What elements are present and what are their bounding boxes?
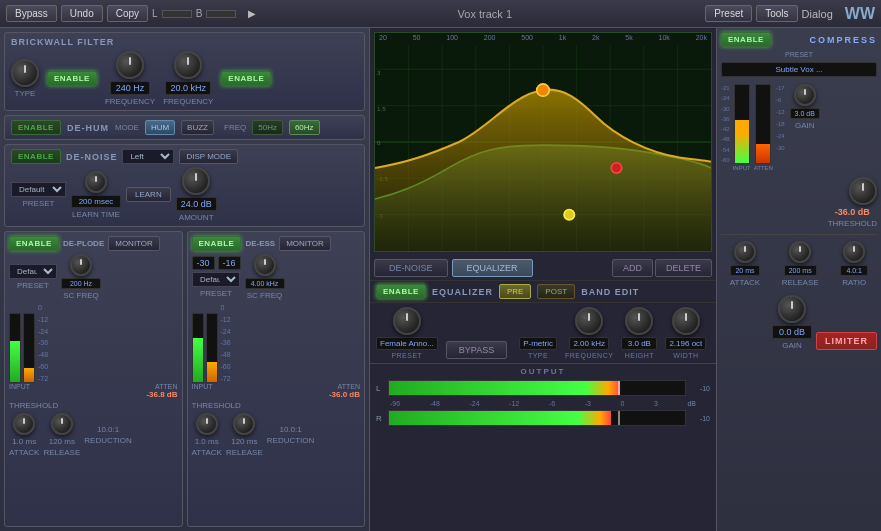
deplode-input-fill [10, 341, 20, 382]
deess-release-knob[interactable] [233, 413, 255, 435]
deplode-atten-fill [24, 368, 34, 382]
compress-ratio-group: 4.0:1 RATIO [840, 241, 868, 287]
deess-sc-freq-label: SC FREQ [247, 291, 283, 300]
preset-button[interactable]: Preset [705, 5, 752, 22]
deplode-reduction-label: REDUCTION [84, 436, 132, 445]
bottom-sections: ENABLE DE-PLODE MONITOR Default PRESET 2… [4, 231, 365, 527]
limiter-button[interactable]: LIMITER [816, 332, 877, 350]
denoise-title: DE-NOISE [66, 152, 118, 162]
compress-release-group: 200 ms RELEASE [782, 241, 819, 287]
eq-height-label: HEIGHT [625, 352, 654, 359]
denoise-enable-button[interactable]: ENABLE [11, 149, 61, 164]
freq-5k: 5k [625, 34, 632, 41]
deess-reduction-label: REDUCTION [267, 436, 315, 445]
brickwall-enable1-button[interactable]: ENABLE [47, 71, 97, 86]
eq-point-1[interactable] [537, 84, 550, 96]
eq-height-knob[interactable] [625, 307, 653, 335]
eq-preset-knob[interactable] [393, 307, 421, 335]
tab-denoise[interactable]: DE-NOISE [374, 259, 448, 277]
deess-enable-button[interactable]: ENABLE [192, 236, 242, 251]
undo-button[interactable]: Undo [61, 5, 103, 22]
compress-enable-button[interactable]: ENABLE [721, 32, 771, 47]
deplode-preset-select[interactable]: Default [9, 264, 57, 279]
deess-preset-select[interactable]: Default [192, 272, 240, 287]
bypass-button[interactable]: Bypass [6, 5, 57, 22]
denoise-learn-time-title: LEARN TIME [72, 210, 120, 219]
deplode-attack-value: 1.0 ms [12, 437, 36, 446]
eq-point-3[interactable] [564, 209, 575, 219]
deess-attack-knob[interactable] [196, 413, 218, 435]
compress-release-knob[interactable] [789, 241, 811, 263]
compress-attack-knob[interactable] [734, 241, 756, 263]
add-band-button[interactable]: ADD [612, 259, 653, 277]
compress-gain-knob[interactable] [794, 84, 816, 106]
output-gain-knob[interactable] [778, 295, 806, 323]
dehum-50hz-button[interactable]: 50Hz [252, 120, 283, 135]
deess-monitor-button[interactable]: MONITOR [279, 236, 331, 251]
eq-curve-svg: 3 1.5 0 -1.5 -3 [375, 33, 711, 251]
brickwall-type-knob[interactable] [11, 59, 39, 87]
eq-bypass-button[interactable]: BYPASS [446, 341, 507, 359]
deess-ia-labels: INPUT ATTEN [192, 383, 361, 390]
middle-panel: 20 50 100 200 500 1k 2k 5k 10k 20k [370, 28, 716, 531]
brickwall-enable2-button[interactable]: ENABLE [221, 71, 271, 86]
compress-divider [721, 234, 877, 235]
denoise-left-select[interactable]: LeftRightStereo [122, 149, 174, 164]
denoise-amount-label: AMOUNT [179, 213, 214, 222]
eq-post-button[interactable]: POST [537, 284, 575, 299]
deplode-monitor-button[interactable]: MONITOR [108, 236, 160, 251]
tools-button[interactable]: Tools [756, 5, 797, 22]
eq-frequency-knob[interactable] [575, 307, 603, 335]
deplode-input-meter [9, 313, 21, 383]
brickwall-freq2-knob[interactable] [174, 51, 202, 79]
deplode-release-knob[interactable] [51, 413, 73, 435]
denoise-disp-mode-button[interactable]: DISP MODE [179, 149, 238, 164]
deess-scale: 0-12-24-36-48-60-72 [221, 303, 231, 383]
scale-48: -48 [430, 400, 440, 407]
compress-attack-group: 20 ms ATTACK [730, 241, 760, 287]
denoise-amount-value: 24.0 dB [176, 197, 217, 211]
compress-threshold-knob[interactable] [849, 177, 877, 205]
deess-threshold-value: -36.0 dB [192, 390, 361, 399]
dehum-hum-button[interactable]: HUM [145, 120, 175, 135]
deplode-attack-knob[interactable] [13, 413, 35, 435]
freq-1k: 1k [559, 34, 566, 41]
eq-type-group: P-metric TYPE [519, 337, 557, 359]
denoise-amount-knob[interactable] [182, 167, 210, 195]
eq-band-controls: Female Anno... PRESET BYPASS P-metric TY… [370, 302, 716, 363]
eq-orange-fill [375, 90, 711, 251]
denoise-learn-button[interactable]: LEARN [126, 187, 171, 202]
scale-24: -24 [469, 400, 479, 407]
deess-title: DE-ESS [245, 239, 275, 248]
dehum-enable-button[interactable]: ENABLE [11, 120, 61, 135]
deplode-sc-freq-knob[interactable] [70, 254, 92, 276]
deess-section: ENABLE DE-ESS MONITOR -30 -16 Default PR… [187, 231, 366, 527]
copy-button[interactable]: Copy [107, 5, 148, 22]
compress-input-fill [735, 120, 749, 163]
dehum-60hz-button[interactable]: 60Hz [289, 120, 320, 135]
denoise-learn-time-knob[interactable] [85, 171, 107, 193]
dehum-buzz-button[interactable]: BUZZ [181, 120, 214, 135]
delete-band-button[interactable]: DELETE [655, 259, 712, 277]
brickwall-freq1-knob[interactable] [116, 51, 144, 79]
tab-equalizer[interactable]: EQUALIZER [452, 259, 533, 277]
deplode-release-value: 120 ms [49, 437, 75, 446]
eq-point-2[interactable] [611, 163, 622, 173]
dialog-label: Dialog [802, 8, 833, 20]
denoise-preset-select[interactable]: Default [11, 182, 66, 197]
eq-width-knob[interactable] [672, 307, 700, 335]
compress-ratio-knob[interactable] [843, 241, 865, 263]
dehum-section: ENABLE DE-HUM MODE HUM BUZZ FREQ 50Hz 60… [4, 115, 365, 140]
eq-type-label: TYPE [528, 352, 548, 359]
compress-input-meter-group: INPUT [733, 84, 751, 171]
deess-sc-freq-knob[interactable] [254, 254, 276, 276]
eq-preset-value: Female Anno... [376, 337, 438, 350]
deplode-title: DE-PLODE [63, 239, 104, 248]
eq-pre-button[interactable]: PRE [499, 284, 531, 299]
brickwall-freq1-value: 240 Hz [110, 81, 150, 95]
deess-meters [192, 313, 218, 383]
eq-title: EQUALIZER [432, 287, 493, 297]
deplode-enable-button[interactable]: ENABLE [9, 236, 59, 251]
eq-preset-label: PRESET [391, 352, 422, 359]
eq-enable-button[interactable]: ENABLE [376, 284, 426, 299]
